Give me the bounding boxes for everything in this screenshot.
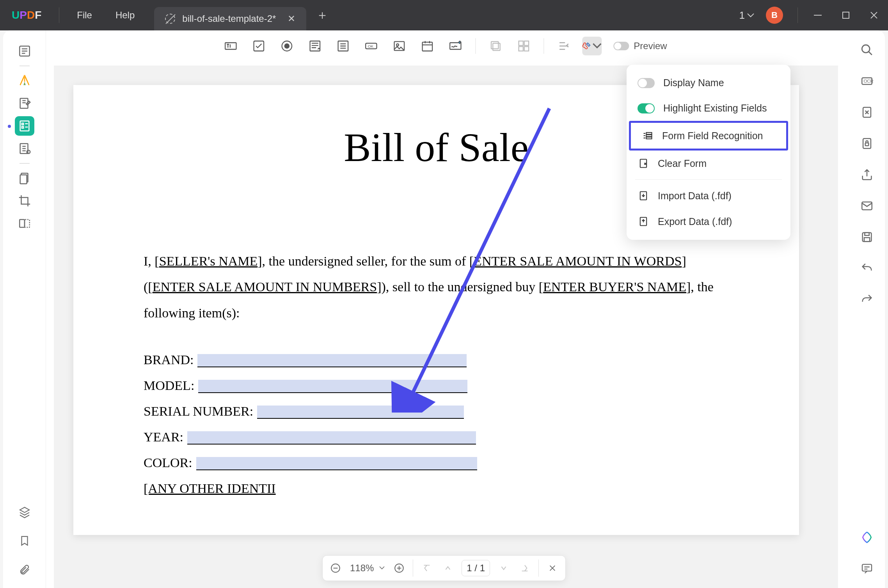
separator (538, 560, 539, 577)
organize-mode-button[interactable] (15, 139, 34, 158)
email-button[interactable] (858, 197, 876, 214)
save-button[interactable] (858, 228, 876, 246)
comment-panel-button[interactable] (858, 560, 876, 577)
ai-assistant-button[interactable] (858, 529, 876, 546)
display-name-toggle[interactable]: Display Name (627, 70, 790, 96)
button-field-button[interactable]: OK (361, 37, 381, 55)
close-window-button[interactable] (860, 0, 888, 30)
reader-mode-button[interactable] (15, 41, 34, 61)
svg-rect-38 (519, 41, 523, 45)
svg-rect-12 (25, 220, 30, 227)
field-label: COLOR: (144, 455, 192, 470)
field-label: SERIAL NUMBER: (144, 404, 253, 419)
duplicate-field-button[interactable] (514, 37, 533, 55)
next-page-button[interactable] (494, 558, 513, 578)
clear-form-button[interactable]: Clear Form (627, 151, 790, 176)
preview-label: Preview (634, 41, 667, 51)
import-icon (638, 190, 649, 202)
page-tool-button[interactable] (15, 168, 34, 188)
first-page-button[interactable] (417, 558, 437, 578)
field-label: MODEL: (144, 378, 194, 393)
separator (635, 179, 782, 180)
toggle-off-icon (613, 42, 629, 50)
zoom-in-button[interactable] (389, 558, 409, 578)
svg-text:OK: OK (368, 44, 374, 48)
page-indicator[interactable]: 1 / 1 (462, 560, 490, 576)
export-icon (638, 216, 649, 227)
prev-page-button[interactable] (438, 558, 458, 578)
field-label: YEAR: (144, 430, 183, 445)
brand-field-row: BRAND: (144, 352, 729, 367)
signature-field-button[interactable] (446, 37, 465, 55)
edit-mode-button[interactable] (15, 94, 34, 113)
svg-rect-6 (21, 126, 23, 128)
copy-field-button[interactable] (486, 37, 505, 55)
form-mode-button[interactable] (15, 116, 34, 136)
form-tools-button[interactable] (582, 37, 602, 55)
dropdown-field-button[interactable] (305, 37, 325, 55)
protect-button[interactable] (858, 135, 876, 152)
preview-toggle[interactable]: Preview (613, 41, 667, 51)
share-button[interactable] (858, 166, 876, 183)
radio-button-button[interactable] (277, 37, 297, 55)
search-button[interactable] (858, 41, 876, 58)
menu-label: Export Data (.fdf) (658, 216, 732, 227)
menu-label: Import Data (.fdf) (658, 190, 732, 202)
help-menu[interactable]: Help (104, 10, 146, 21)
tab-close-button[interactable]: ✕ (288, 13, 295, 24)
menu-label: Display Name (663, 77, 724, 89)
window-count[interactable]: 1 (736, 9, 757, 21)
comment-mode-button[interactable] (15, 71, 34, 90)
menu-label: Highlight Existing Fields (663, 103, 767, 114)
highlight-fields-toggle[interactable]: Highlight Existing Fields (627, 96, 790, 121)
layers-button[interactable] (15, 502, 34, 522)
brand-input[interactable] (197, 354, 467, 367)
color-input[interactable] (196, 457, 477, 470)
svg-rect-40 (519, 46, 523, 51)
text-field-button[interactable] (221, 37, 240, 55)
export-data-button[interactable]: Export Data (.fdf) (627, 209, 790, 234)
maximize-button[interactable] (832, 0, 860, 30)
close-toolbar-button[interactable] (543, 558, 562, 578)
separator (475, 38, 476, 54)
svg-rect-18 (865, 143, 869, 146)
image-field-button[interactable] (389, 37, 409, 55)
svg-rect-17 (863, 138, 871, 149)
crop-tool-button[interactable] (15, 191, 34, 211)
active-indicator-icon (8, 125, 11, 128)
undo-button[interactable] (858, 260, 876, 277)
checkbox-button[interactable] (249, 37, 268, 55)
titlebar: UPDF File Help bill-of-sale-template-2* … (0, 0, 888, 30)
year-input[interactable] (187, 431, 476, 445)
model-input[interactable] (198, 380, 467, 393)
svg-rect-28 (310, 41, 320, 51)
minimize-button[interactable] (804, 0, 832, 30)
menu-label: Clear Form (658, 158, 707, 169)
bottom-toolbar: 118% 1 / 1 (322, 555, 566, 581)
svg-text:OCR: OCR (864, 79, 874, 83)
compare-tool-button[interactable] (15, 214, 34, 233)
new-tab-button[interactable]: ＋ (316, 7, 329, 24)
ocr-button[interactable]: OCR (858, 73, 876, 90)
align-button[interactable] (554, 37, 574, 55)
import-data-button[interactable]: Import Data (.fdf) (627, 183, 790, 209)
attachment-button[interactable] (15, 560, 34, 579)
document-tab[interactable]: bill-of-sale-template-2* ✕ (154, 7, 306, 30)
app-logo: UPDF (0, 9, 53, 21)
svg-rect-43 (646, 135, 652, 137)
convert-button[interactable] (858, 104, 876, 121)
file-menu[interactable]: File (65, 10, 104, 21)
redo-button[interactable] (858, 291, 876, 308)
zoom-out-button[interactable] (326, 558, 345, 578)
listbox-button[interactable] (333, 37, 353, 55)
serial-input[interactable] (257, 406, 464, 419)
date-field-button[interactable] (417, 37, 437, 55)
year-field-row: YEAR: (144, 430, 729, 445)
bookmark-button[interactable] (15, 531, 34, 551)
zoom-level[interactable]: 118% (347, 563, 388, 574)
svg-point-33 (396, 44, 399, 46)
separator (59, 7, 59, 23)
last-page-button[interactable] (515, 558, 535, 578)
form-field-recognition-button[interactable]: Form Field Recognition (629, 121, 788, 151)
user-avatar[interactable]: B (766, 7, 783, 24)
